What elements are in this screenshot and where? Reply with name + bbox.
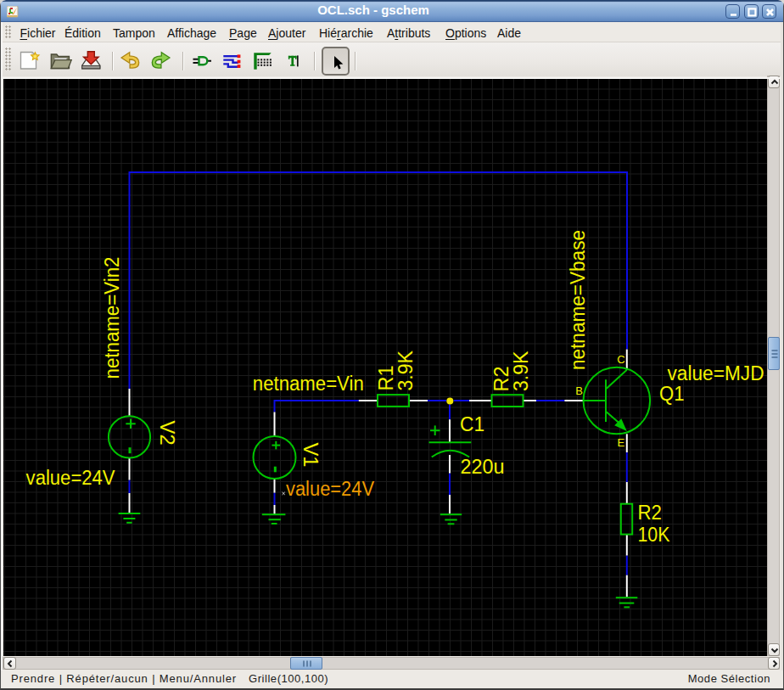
svg-text:V1: V1: [300, 443, 322, 468]
svg-text:netname=Vin2: netname=Vin2: [101, 257, 123, 379]
svg-text:value=MJD: value=MJD: [668, 362, 764, 384]
svg-text:netname=Vin: netname=Vin: [253, 373, 364, 395]
svg-text:Q1: Q1: [659, 383, 685, 405]
svg-text:netname=Vbase: netname=Vbase: [567, 230, 589, 370]
svg-text:C1: C1: [460, 413, 484, 435]
svg-text:10K: 10K: [638, 524, 671, 546]
svg-text:V2: V2: [156, 421, 178, 446]
svg-text:B: B: [575, 384, 583, 397]
svg-text:C: C: [617, 353, 624, 366]
svg-text:value=24V: value=24V: [286, 478, 375, 500]
svg-text:E: E: [617, 436, 624, 449]
svg-text:3.9K: 3.9K: [510, 351, 532, 391]
svg-text:R2: R2: [638, 502, 663, 524]
svg-text:R1: R1: [375, 366, 397, 391]
svg-text:220u: 220u: [461, 456, 505, 478]
svg-text:3.9K: 3.9K: [395, 350, 417, 390]
svg-text:value=24V: value=24V: [26, 467, 116, 489]
